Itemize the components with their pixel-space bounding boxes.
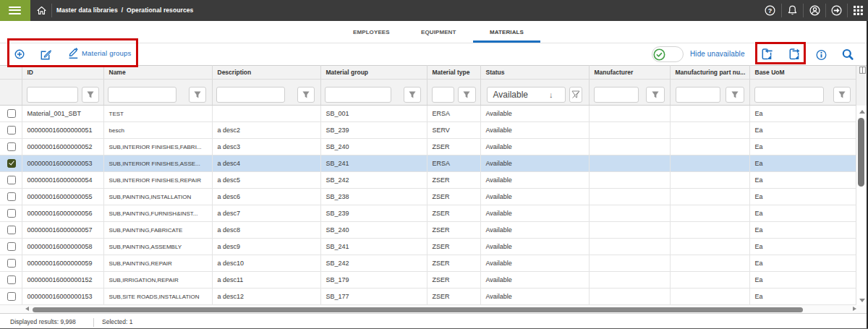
svg-text:?: ? — [768, 7, 773, 14]
